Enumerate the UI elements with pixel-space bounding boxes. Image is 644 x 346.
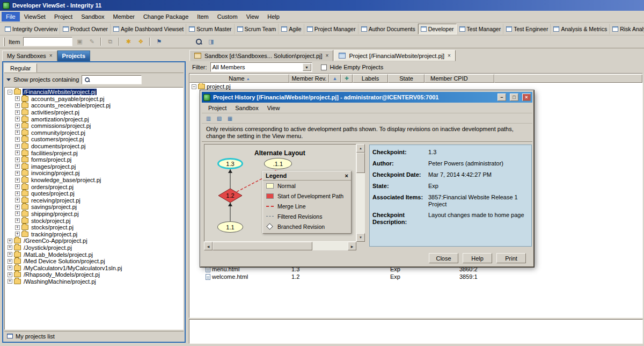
- viewset-tab-scrum-master[interactable]: Scrum Master: [186, 24, 234, 34]
- revision-node-1-1[interactable]: 1.1: [217, 221, 243, 233]
- menu-item[interactable]: Item: [193, 12, 213, 21]
- scroll-up-icon[interactable]: ▲: [356, 144, 365, 153]
- expand-icon[interactable]: [15, 103, 20, 108]
- tree-item-subproject[interactable]: activities/project.pj: [15, 109, 183, 116]
- expand-icon[interactable]: [15, 171, 20, 176]
- graph-horizontal-scrollbar[interactable]: ◀ ▶: [204, 242, 356, 250]
- tree-item-project[interactable]: /MyCalculatorv1/MyCalculatorv1sln.pj: [8, 264, 183, 271]
- expand-icon[interactable]: [8, 279, 12, 284]
- expand-icon[interactable]: [8, 272, 12, 277]
- column-header-state[interactable]: State: [388, 74, 425, 83]
- menu-viewset[interactable]: ViewSet: [20, 12, 50, 21]
- viewset-tab-agile[interactable]: Agile: [279, 24, 304, 34]
- column-header-rev-delta[interactable]: ▲: [329, 74, 341, 83]
- close-button[interactable]: Close: [429, 253, 458, 263]
- menu-sandbox[interactable]: Sandbox: [77, 12, 108, 21]
- print-button[interactable]: Print: [496, 253, 526, 263]
- minimize-icon[interactable]: −: [497, 93, 506, 101]
- tree-item-subproject[interactable]: quotes/project.pj: [15, 190, 183, 197]
- create-item-icon[interactable]: ✱: [123, 37, 134, 47]
- viewset-tab-scrum-team[interactable]: Scrum Team: [235, 24, 279, 34]
- tree-item-subproject[interactable]: commissions/project.pj: [15, 122, 183, 129]
- tab-project-view[interactable]: Project [/FinancialWebsite/project.pj] ×: [334, 50, 456, 61]
- checkpoint-icon[interactable]: ▧: [215, 114, 224, 122]
- view-revision-icon[interactable]: ▥: [204, 114, 213, 122]
- tree-item-subproject[interactable]: customers/project.pj: [15, 136, 183, 143]
- project-tree[interactable]: /FinancialWebsite/project.pj accounts_pa…: [4, 87, 184, 330]
- column-header-member-cpid[interactable]: Member CPID: [425, 74, 494, 83]
- expand-icon[interactable]: [15, 124, 20, 128]
- menu-change-package[interactable]: Change Package: [139, 12, 193, 21]
- viewset-tab-project-manager[interactable]: Project Manager: [304, 24, 358, 34]
- expand-icon[interactable]: [8, 259, 12, 264]
- expand-icon[interactable]: [8, 245, 12, 250]
- graph-viewport[interactable]: Alternate Layout 1.3 .1.1 1.2 1.1: [204, 144, 356, 242]
- copy-item-icon[interactable]: ⧉: [105, 37, 115, 47]
- expand-icon[interactable]: [15, 205, 20, 210]
- expand-icon[interactable]: [15, 137, 20, 142]
- collapse-icon[interactable]: [8, 90, 12, 95]
- expand-icon[interactable]: [15, 157, 20, 162]
- tree-item-subproject[interactable]: forms/project.pj: [15, 156, 183, 163]
- expand-icon[interactable]: [8, 239, 12, 243]
- table-row-project-pj[interactable]: project.pj: [189, 83, 642, 90]
- scrollbar-thumb[interactable]: [356, 153, 365, 173]
- close-icon[interactable]: ×: [49, 53, 53, 59]
- expand-icon[interactable]: [15, 225, 20, 230]
- expand-icon[interactable]: [15, 164, 20, 169]
- dialog-menu-sandbox[interactable]: Sandbox: [231, 104, 262, 112]
- legend-titlebar[interactable]: Legend ×: [263, 171, 351, 181]
- create-change-package-icon[interactable]: ❖: [135, 37, 146, 47]
- viewset-tab-test-engineer[interactable]: Test Engineer: [503, 24, 551, 34]
- viewset-tab-analysis-metrics[interactable]: Analysis & Metrics: [551, 24, 610, 34]
- menu-project[interactable]: Project: [50, 12, 77, 21]
- viewset-tab-developer[interactable]: Developer: [418, 24, 457, 34]
- open-item-icon[interactable]: ▣: [74, 37, 85, 47]
- dialog-menu-view[interactable]: View: [263, 104, 284, 112]
- dialog-menu-project[interactable]: Project: [204, 104, 231, 112]
- item-id-input[interactable]: [23, 37, 72, 46]
- scroll-right-icon[interactable]: ▶: [348, 242, 356, 250]
- tree-item-subproject[interactable]: receiving/project.pj: [15, 197, 183, 204]
- expand-icon[interactable]: [15, 218, 20, 223]
- search-icon[interactable]: [193, 37, 204, 47]
- expand-icon[interactable]: [15, 178, 20, 183]
- expand-icon[interactable]: [15, 184, 20, 189]
- revision-node-1-2[interactable]: 1.2: [218, 189, 242, 203]
- expand-icon[interactable]: [15, 191, 20, 196]
- graph-vertical-scrollbar[interactable]: ▲ ▼: [356, 144, 365, 242]
- expand-icon[interactable]: [15, 198, 20, 203]
- expand-icon[interactable]: [15, 150, 20, 155]
- close-icon[interactable]: ×: [448, 53, 451, 59]
- tree-item-financialwebsite[interactable]: /FinancialWebsite/project.pj: [8, 89, 183, 96]
- menu-file[interactable]: File: [2, 12, 20, 21]
- tab-my-sandboxes[interactable]: My Sandboxes ×: [2, 51, 57, 61]
- tree-item-subproject[interactable]: images/project.pj: [15, 163, 183, 170]
- scrollbar-thumb[interactable]: [213, 242, 312, 250]
- tree-item-subproject[interactable]: savings/project.pj: [15, 204, 183, 211]
- column-header-labels[interactable]: Labels: [353, 74, 388, 83]
- menu-help[interactable]: Help: [263, 12, 284, 21]
- tree-item-subproject[interactable]: community/project.pj: [15, 129, 183, 136]
- expand-icon[interactable]: [15, 144, 20, 149]
- expand-icon[interactable]: [8, 252, 12, 257]
- flag-icon[interactable]: ⚑: [153, 37, 164, 47]
- tree-item-subproject[interactable]: invoicing/project.pj: [15, 170, 183, 177]
- member-filter-select[interactable]: All Members ▼: [210, 62, 312, 72]
- tree-item-subproject[interactable]: orders/project.pj: [15, 183, 183, 190]
- tab-projects[interactable]: Projects: [57, 51, 90, 61]
- legend-close-icon[interactable]: ×: [345, 173, 348, 179]
- close-icon[interactable]: ×: [326, 53, 329, 59]
- column-header-add[interactable]: ✚: [341, 74, 353, 83]
- viewset-tab-author-documents[interactable]: Author Documents: [358, 24, 418, 34]
- tree-item-subproject[interactable]: stocks/project.pj: [15, 224, 183, 231]
- tree-item-subproject[interactable]: documents/project.pj: [15, 143, 183, 150]
- tree-item-subproject[interactable]: knowledge_base/project.pj: [15, 177, 183, 184]
- refresh-icon[interactable]: ▦: [225, 114, 235, 122]
- close-icon[interactable]: ×: [522, 93, 531, 101]
- project-search-input[interactable]: [82, 75, 142, 84]
- collapse-icon[interactable]: [192, 84, 196, 89]
- expand-icon[interactable]: [15, 96, 20, 101]
- tree-item-project[interactable]: /WashingMachine/project.pj: [8, 278, 183, 285]
- menu-member[interactable]: Member: [109, 12, 139, 21]
